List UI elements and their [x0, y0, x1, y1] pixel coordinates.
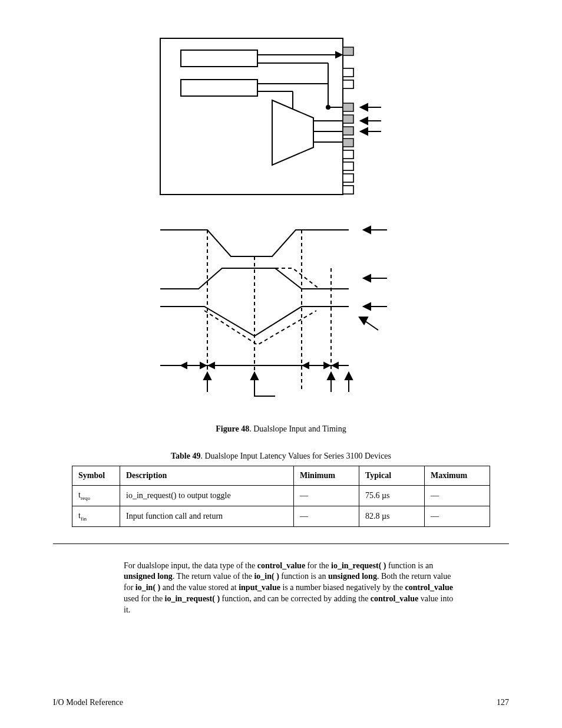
svg-marker-66	[251, 373, 258, 380]
svg-rect-16	[343, 80, 353, 88]
figure-label: Figure 48	[216, 424, 249, 433]
svg-marker-57	[209, 363, 214, 368]
svg-marker-41	[363, 226, 371, 233]
cell-min: —	[294, 486, 359, 506]
svg-rect-18	[343, 162, 353, 170]
table-caption: Table 49. Dualslope Input Latency Values…	[53, 452, 509, 461]
footer-page-number: 127	[497, 698, 509, 707]
svg-marker-39	[361, 128, 368, 135]
table-row: tfin Input function call and return — 82…	[72, 506, 490, 526]
cell-description: Input function call and return	[120, 506, 294, 526]
svg-marker-60	[303, 363, 309, 368]
table-caption-text: . Dualslope Input Latency Values for Ser…	[200, 452, 391, 460]
svg-marker-59	[324, 363, 330, 368]
svg-marker-37	[361, 117, 368, 124]
svg-marker-35	[361, 104, 368, 111]
figure-caption: Figure 48. Dualslope Input and Timing	[53, 424, 509, 434]
table-row: treqo io_in_request() to output toggle —…	[72, 486, 490, 506]
svg-rect-1	[181, 50, 257, 67]
svg-marker-62	[332, 363, 338, 368]
th-minimum: Minimum	[294, 466, 359, 486]
svg-marker-70	[345, 373, 352, 380]
svg-rect-19	[343, 174, 353, 182]
body-paragraph: For dualslope input, the data type of th…	[124, 561, 459, 616]
latency-table: Symbol Description Minimum Typical Maxim…	[72, 466, 490, 527]
block-diagram-svg	[157, 35, 405, 200]
svg-marker-45	[363, 303, 371, 310]
svg-marker-68	[328, 373, 335, 380]
svg-rect-20	[343, 186, 353, 194]
table-label: Table 49	[171, 452, 200, 460]
svg-marker-54	[200, 363, 206, 368]
th-symbol: Symbol	[72, 466, 120, 486]
svg-rect-9	[343, 127, 353, 135]
svg-marker-22	[336, 52, 342, 58]
cell-symbol: treqo	[72, 486, 120, 506]
cell-max: —	[425, 506, 490, 526]
svg-marker-47	[359, 317, 368, 324]
block-diagram-figure: Figure 48. Dualslope Input and Timing	[53, 35, 509, 434]
table-header-row: Symbol Description Minimum Typical Maxim…	[72, 466, 490, 486]
cell-symbol: tfin	[72, 506, 120, 526]
svg-rect-8	[343, 115, 353, 123]
cell-description: io_in_request() to output toggle	[120, 486, 294, 506]
cell-typ: 82.8 µs	[359, 506, 425, 526]
cell-max: —	[425, 486, 490, 506]
cell-typ: 75.6 µs	[359, 486, 425, 506]
svg-marker-55	[181, 363, 187, 368]
svg-rect-7	[343, 103, 353, 111]
svg-rect-15	[343, 68, 353, 77]
svg-marker-64	[204, 373, 211, 380]
svg-marker-3	[272, 100, 313, 165]
svg-rect-4	[343, 47, 353, 55]
svg-rect-2	[181, 80, 257, 96]
th-maximum: Maximum	[425, 466, 490, 486]
th-typical: Typical	[359, 466, 425, 486]
timing-diagram-svg	[154, 212, 408, 401]
cell-min: —	[294, 506, 359, 526]
svg-marker-43	[363, 275, 371, 282]
separator-rule	[53, 543, 509, 544]
footer-left: I/O Model Reference	[53, 698, 123, 707]
svg-rect-10	[343, 139, 353, 147]
th-description: Description	[120, 466, 294, 486]
svg-rect-0	[160, 38, 343, 195]
figure-caption-text: . Dualslope Input and Timing	[249, 424, 346, 433]
svg-rect-17	[343, 150, 353, 159]
page-footer: I/O Model Reference 127	[53, 698, 509, 707]
